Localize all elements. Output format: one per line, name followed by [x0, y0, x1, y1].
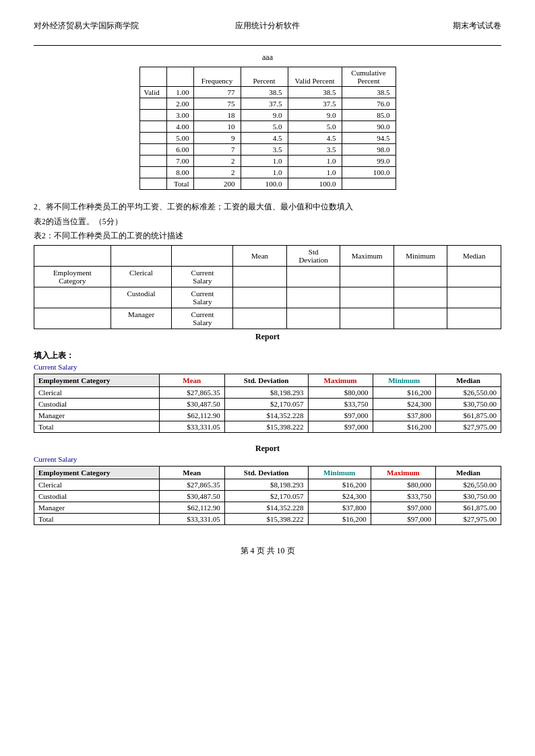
table-row: Total $33,331.05 $15,398.222 $97,000 $16… [34, 421, 501, 432]
header-right: 期末考试试卷 [346, 20, 501, 32]
col-frequency: Frequency [193, 67, 241, 87]
table-row: 2.00 75 37.5 37.5 76.0 [139, 98, 396, 110]
col-cumulative-percent: CumulativePercent [342, 67, 396, 87]
report-title-2: Report [34, 444, 501, 454]
col-mean: Mean [233, 245, 287, 266]
col-percent: Percent [241, 67, 288, 87]
col-std: StdDeviation [286, 245, 340, 266]
col-maximum: Maximum [340, 245, 394, 266]
header-center: 应用统计分析软件 [189, 20, 345, 32]
table-row: Manager CurrentSalary [34, 308, 501, 329]
table-row: 3.00 18 9.0 9.0 85.0 [139, 110, 396, 121]
empty-stats-table: Mean StdDeviation Maximum Minimum Median… [34, 245, 501, 329]
table-row: Total 200 100.0 100.0 [139, 178, 396, 190]
table-row: Manager $62,112.90 $14,352.228 $97,000 $… [34, 409, 501, 421]
table-row: 5.00 9 4.5 4.5 94.5 [139, 133, 396, 144]
table-row: 6.00 7 3.5 3.5 98.0 [139, 144, 396, 156]
col-median: Median [447, 245, 501, 266]
fill-label: 填入上表： [34, 350, 501, 362]
frequency-table: Frequency Percent Valid Percent Cumulati… [139, 67, 396, 190]
report-sublabel: Current Salary [34, 455, 501, 463]
table-row: Valid 1.00 77 38.5 38.5 38.5 [139, 87, 396, 98]
table-row: Manager $62,112.90 $14,352.228 $37,800 $… [34, 502, 501, 513]
table-row: Custodial $30,487.50 $2,170.057 $33,750 … [34, 398, 501, 409]
page-header: 对外经济贸易大学国际商学院 应用统计分析软件 期末考试试卷 [34, 20, 501, 32]
table-row: Total $33,331.05 $15,398.222 $16,200 $97… [34, 513, 501, 524]
table-row: 4.00 10 5.0 5.0 90.0 [139, 121, 396, 133]
col-minimum: Minimum [394, 245, 447, 266]
report-label-1: Report [34, 332, 501, 342]
header-divider [34, 45, 501, 46]
table-row: Clerical $27,865.35 $8,198.293 $80,000 $… [34, 386, 501, 398]
fill-table: Employment Category Mean Std. Deviation … [34, 374, 501, 433]
page-footer: 第 4 页 共 10 页 [34, 545, 501, 557]
header-left: 对外经济贸易大学国际商学院 [34, 20, 189, 32]
table1-title: aaa [34, 53, 501, 63]
table-row: EmploymentCategory Clerical CurrentSalar… [34, 266, 501, 287]
table-row: 8.00 2 1.0 1.0 100.0 [139, 167, 396, 178]
table-row: Clerical $27,865.35 $8,198.293 $16,200 $… [34, 479, 501, 490]
table-row: 7.00 2 1.0 1.0 99.0 [139, 156, 396, 167]
table2-caption: 表2：不同工作种类员工的工资的统计描述 [34, 231, 501, 241]
question2-text2: 表2的适当位置。（5分） [34, 215, 501, 228]
question2-text1: 2、将不同工作种类员工的平均工资、工资的标准差；工资的最大值、最小值和中位数填入 [34, 201, 501, 213]
fill-sublabel: Current Salary [34, 363, 501, 371]
report-table: Employment Category Mean Std. Deviation … [34, 466, 501, 525]
table-row: Custodial CurrentSalary [34, 287, 501, 308]
col-valid-percent: Valid Percent [288, 67, 342, 87]
table-row: Custodial $30,487.50 $2,170.057 $24,300 … [34, 490, 501, 502]
